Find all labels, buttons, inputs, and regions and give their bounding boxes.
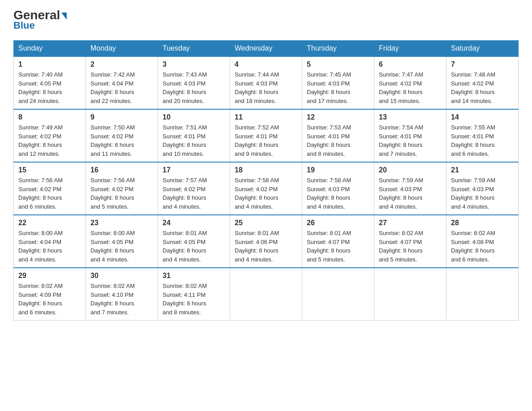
day-info: Sunrise: 8:01 AMSunset: 4:05 PMDaylight:…	[163, 229, 225, 264]
day-info: Sunrise: 7:51 AMSunset: 4:01 PMDaylight:…	[163, 123, 225, 158]
day-number: 29	[18, 272, 81, 280]
calendar-cell: 7 Sunrise: 7:48 AMSunset: 4:02 PMDayligh…	[446, 56, 519, 109]
calendar-cell	[302, 268, 374, 321]
calendar-cell: 9 Sunrise: 7:50 AMSunset: 4:02 PMDayligh…	[86, 109, 158, 162]
calendar-cell: 6 Sunrise: 7:47 AMSunset: 4:02 PMDayligh…	[374, 56, 446, 109]
day-info: Sunrise: 7:52 AMSunset: 4:01 PMDaylight:…	[235, 123, 297, 158]
day-info: Sunrise: 8:00 AMSunset: 4:04 PMDaylight:…	[18, 229, 81, 264]
day-number: 26	[307, 219, 369, 227]
calendar-cell: 27 Sunrise: 8:02 AMSunset: 4:07 PMDaylig…	[374, 215, 446, 268]
calendar-header-row: SundayMondayTuesdayWednesdayThursdayFrid…	[14, 41, 519, 57]
calendar-cell: 2 Sunrise: 7:42 AMSunset: 4:04 PMDayligh…	[86, 56, 158, 109]
day-info: Sunrise: 8:02 AMSunset: 4:10 PMDaylight:…	[90, 282, 153, 317]
day-info: Sunrise: 7:54 AMSunset: 4:01 PMDaylight:…	[379, 123, 442, 158]
calendar-cell	[230, 268, 302, 321]
day-number: 4	[235, 60, 297, 68]
calendar-cell: 1 Sunrise: 7:40 AMSunset: 4:05 PMDayligh…	[14, 56, 86, 109]
calendar-cell: 25 Sunrise: 8:01 AMSunset: 4:06 PMDaylig…	[230, 215, 302, 268]
day-info: Sunrise: 7:59 AMSunset: 4:03 PMDaylight:…	[451, 176, 514, 211]
day-number: 1	[18, 60, 81, 68]
day-number: 6	[379, 60, 442, 68]
day-info: Sunrise: 7:56 AMSunset: 4:02 PMDaylight:…	[18, 176, 81, 211]
day-number: 2	[90, 60, 153, 68]
calendar-cell: 16 Sunrise: 7:56 AMSunset: 4:02 PMDaylig…	[86, 162, 158, 215]
day-info: Sunrise: 7:59 AMSunset: 4:03 PMDaylight:…	[379, 176, 442, 211]
day-info: Sunrise: 7:57 AMSunset: 4:02 PMDaylight:…	[163, 176, 225, 211]
day-number: 14	[451, 113, 514, 121]
day-info: Sunrise: 7:49 AMSunset: 4:02 PMDaylight:…	[18, 123, 81, 158]
calendar-cell: 22 Sunrise: 8:00 AMSunset: 4:04 PMDaylig…	[14, 215, 86, 268]
day-number: 21	[451, 166, 514, 174]
calendar-cell: 14 Sunrise: 7:55 AMSunset: 4:01 PMDaylig…	[446, 109, 519, 162]
day-number: 30	[90, 272, 153, 280]
calendar-table: SundayMondayTuesdayWednesdayThursdayFrid…	[13, 40, 519, 321]
header-thursday: Thursday	[302, 41, 374, 57]
calendar-cell: 24 Sunrise: 8:01 AMSunset: 4:05 PMDaylig…	[158, 215, 230, 268]
day-info: Sunrise: 7:42 AMSunset: 4:04 PMDaylight:…	[90, 70, 153, 105]
day-number: 15	[18, 166, 81, 174]
day-info: Sunrise: 7:58 AMSunset: 4:03 PMDaylight:…	[307, 176, 369, 211]
day-info: Sunrise: 7:50 AMSunset: 4:02 PMDaylight:…	[90, 123, 153, 158]
calendar-cell: 20 Sunrise: 7:59 AMSunset: 4:03 PMDaylig…	[374, 162, 446, 215]
calendar-cell: 29 Sunrise: 8:02 AMSunset: 4:09 PMDaylig…	[14, 268, 86, 321]
day-info: Sunrise: 7:47 AMSunset: 4:02 PMDaylight:…	[379, 70, 442, 105]
day-info: Sunrise: 7:44 AMSunset: 4:03 PMDaylight:…	[235, 70, 297, 105]
calendar-cell: 30 Sunrise: 8:02 AMSunset: 4:10 PMDaylig…	[86, 268, 158, 321]
calendar-cell: 31 Sunrise: 8:02 AMSunset: 4:11 PMDaylig…	[158, 268, 230, 321]
header-monday: Monday	[86, 41, 158, 57]
calendar-cell	[446, 268, 519, 321]
calendar-cell: 10 Sunrise: 7:51 AMSunset: 4:01 PMDaylig…	[158, 109, 230, 162]
calendar-cell: 23 Sunrise: 8:00 AMSunset: 4:05 PMDaylig…	[86, 215, 158, 268]
day-info: Sunrise: 7:48 AMSunset: 4:02 PMDaylight:…	[451, 70, 514, 105]
day-number: 25	[235, 219, 297, 227]
day-number: 8	[18, 113, 81, 121]
day-number: 20	[379, 166, 442, 174]
day-number: 7	[451, 60, 514, 68]
page-header: General Blue	[13, 9, 519, 31]
calendar-cell: 11 Sunrise: 7:52 AMSunset: 4:01 PMDaylig…	[230, 109, 302, 162]
day-number: 12	[307, 113, 369, 121]
day-number: 18	[235, 166, 297, 174]
header-friday: Friday	[374, 41, 446, 57]
day-number: 31	[163, 272, 225, 280]
day-info: Sunrise: 7:55 AMSunset: 4:01 PMDaylight:…	[451, 123, 514, 158]
calendar-week-row: 15 Sunrise: 7:56 AMSunset: 4:02 PMDaylig…	[14, 162, 519, 215]
calendar-cell: 3 Sunrise: 7:43 AMSunset: 4:03 PMDayligh…	[158, 56, 230, 109]
day-info: Sunrise: 8:01 AMSunset: 4:07 PMDaylight:…	[307, 229, 369, 264]
day-info: Sunrise: 7:58 AMSunset: 4:02 PMDaylight:…	[235, 176, 297, 211]
day-number: 9	[90, 113, 153, 121]
day-info: Sunrise: 8:00 AMSunset: 4:05 PMDaylight:…	[90, 229, 153, 264]
day-info: Sunrise: 7:53 AMSunset: 4:01 PMDaylight:…	[307, 123, 369, 158]
day-info: Sunrise: 7:40 AMSunset: 4:05 PMDaylight:…	[18, 70, 81, 105]
day-info: Sunrise: 7:56 AMSunset: 4:02 PMDaylight:…	[90, 176, 153, 211]
calendar-cell: 4 Sunrise: 7:44 AMSunset: 4:03 PMDayligh…	[230, 56, 302, 109]
calendar-cell	[374, 268, 446, 321]
day-number: 23	[90, 219, 153, 227]
day-number: 10	[163, 113, 225, 121]
calendar-week-row: 29 Sunrise: 8:02 AMSunset: 4:09 PMDaylig…	[14, 268, 519, 321]
day-info: Sunrise: 8:02 AMSunset: 4:09 PMDaylight:…	[18, 282, 81, 317]
calendar-cell: 12 Sunrise: 7:53 AMSunset: 4:01 PMDaylig…	[302, 109, 374, 162]
calendar-cell: 17 Sunrise: 7:57 AMSunset: 4:02 PMDaylig…	[158, 162, 230, 215]
calendar-week-row: 8 Sunrise: 7:49 AMSunset: 4:02 PMDayligh…	[14, 109, 519, 162]
calendar-cell: 18 Sunrise: 7:58 AMSunset: 4:02 PMDaylig…	[230, 162, 302, 215]
day-number: 28	[451, 219, 514, 227]
header-tuesday: Tuesday	[158, 41, 230, 57]
day-info: Sunrise: 8:02 AMSunset: 4:11 PMDaylight:…	[163, 282, 225, 317]
day-number: 27	[379, 219, 442, 227]
calendar-cell: 19 Sunrise: 7:58 AMSunset: 4:03 PMDaylig…	[302, 162, 374, 215]
calendar-week-row: 1 Sunrise: 7:40 AMSunset: 4:05 PMDayligh…	[14, 56, 519, 109]
calendar-cell: 5 Sunrise: 7:45 AMSunset: 4:03 PMDayligh…	[302, 56, 374, 109]
day-number: 16	[90, 166, 153, 174]
day-number: 5	[307, 60, 369, 68]
day-number: 13	[379, 113, 442, 121]
day-number: 3	[163, 60, 225, 68]
calendar-week-row: 22 Sunrise: 8:00 AMSunset: 4:04 PMDaylig…	[14, 215, 519, 268]
header-wednesday: Wednesday	[230, 41, 302, 57]
calendar-cell: 26 Sunrise: 8:01 AMSunset: 4:07 PMDaylig…	[302, 215, 374, 268]
day-number: 24	[163, 219, 225, 227]
day-info: Sunrise: 7:43 AMSunset: 4:03 PMDaylight:…	[163, 70, 225, 105]
day-info: Sunrise: 7:45 AMSunset: 4:03 PMDaylight:…	[307, 70, 369, 105]
calendar-cell: 8 Sunrise: 7:49 AMSunset: 4:02 PMDayligh…	[14, 109, 86, 162]
header-sunday: Sunday	[14, 41, 86, 57]
